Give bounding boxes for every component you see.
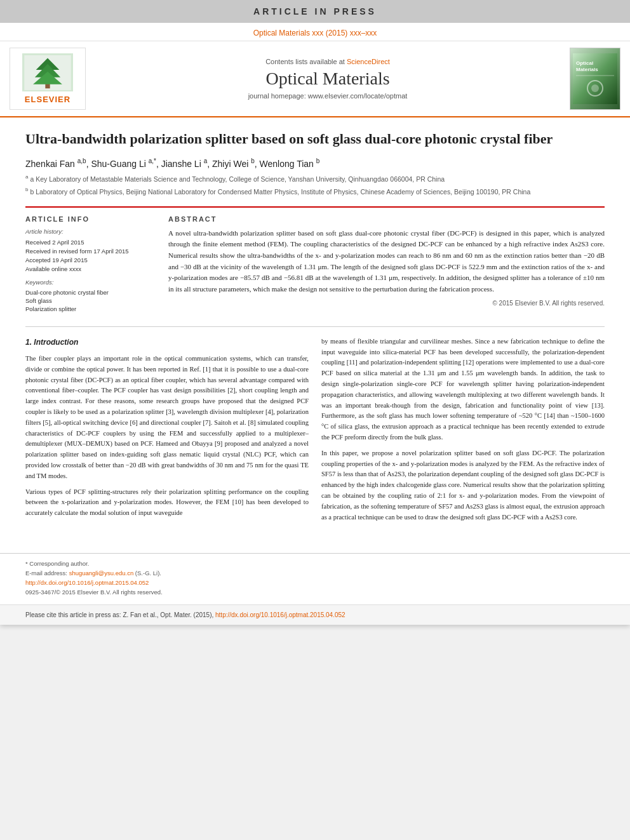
elsevier-brand-text: ELSEVIER [25,95,70,104]
body-col-left: 1. Introduction The fiber coupler plays … [25,337,309,528]
email-link[interactable]: shuguangli@ysu.edu.cn [69,570,134,577]
sciencedirect-label: Contents lists available at ScienceDirec… [265,58,390,65]
journal-title: Optical Materials [265,69,389,89]
intro-para-3: by means of flexible triangular and curv… [321,337,605,443]
introduction-heading: 1. Introduction [25,337,309,349]
body-columns: 1. Introduction The fiber coupler plays … [25,337,605,528]
elsevier-tree-image [22,53,73,91]
journal-issue-link[interactable]: Optical Materials xxx (2015) xxx–xxx [253,29,377,37]
journal-homepage: journal homepage: www.elsevier.com/locat… [248,92,408,100]
journal-link-bar: Optical Materials xxx (2015) xxx–xxx [0,23,630,41]
svg-text:Materials: Materials [576,67,598,72]
article-info-heading: ARTICLE INFO [25,215,152,223]
section-divider [25,326,605,327]
copyright-notice: © 2015 Elsevier B.V. All rights reserved… [168,300,605,307]
svg-point-10 [591,84,599,92]
abstract-heading: ABSTRACT [168,215,605,223]
journal-header: ELSEVIER Contents lists available at Sci… [0,41,630,117]
keyword-1: Dual-core photonic crystal fiber [25,289,152,296]
accepted-date: Accepted 19 April 2015 [25,257,152,263]
issn-text: 0925-3467/© 2015 Elsevier B.V. All right… [25,589,605,596]
sciencedirect-link[interactable]: ScienceDirect [347,58,390,65]
history-label: Article history: [25,228,152,235]
svg-text:Optical: Optical [576,60,593,66]
keyword-2: Soft glass [25,297,152,304]
citation-doi-link[interactable]: http://dx.doi.org/10.1016/j.optmat.2015.… [215,611,345,618]
article-in-press-banner: ARTICLE IN PRESS [0,0,630,23]
affiliations: a a Key Laboratory of Metastable Materia… [25,173,605,197]
journal-thumbnail: Optical Materials [570,48,620,110]
journal-center-info: Contents lists available at ScienceDirec… [95,48,560,110]
revised-date: Received in revised form 17 April 2015 [25,248,152,255]
online-date: Available online xxxx [25,265,152,272]
citation-text: Please cite this article in press as: Z.… [25,611,213,618]
authors-line: Zhenkai Fan a,b, Shu-Guang Li a,*, Jians… [25,157,605,169]
doi-link[interactable]: http://dx.doi.org/10.1016/j.optmat.2015.… [25,579,149,586]
intro-para-4: In this paper, we propose a novel polari… [321,448,605,523]
body-col-right: by means of flexible triangular and curv… [321,337,605,528]
email-line: E-mail address: shuguangli@ysu.edu.cn (S… [25,570,605,577]
abstract-section: ABSTRACT A novel ultra-bandwidth polariz… [168,215,605,314]
received-date: Received 2 April 2015 [25,239,152,246]
article-title: Ultra-bandwidth polarization splitter ba… [25,130,605,149]
keyword-3: Polarization splitter [25,305,152,312]
intro-para-2: Various types of PCF splitting-structure… [25,487,309,519]
article-info-section: ARTICLE INFO Article history: Received 2… [25,215,152,314]
article-footer: * Corresponding author. E-mail address: … [0,553,630,604]
corresponding-note: * Corresponding author. [25,560,605,567]
keywords-label: Keywords: [25,279,152,286]
citation-bar: Please cite this article in press as: Z.… [0,604,630,625]
abstract-text: A novel ultra-bandwidth polarization spl… [168,228,605,295]
intro-para-1: The fiber coupler plays an important rol… [25,354,309,482]
elsevier-logo: ELSEVIER [10,48,86,110]
article-content: Ultra-bandwidth polarization splitter ba… [0,117,630,553]
info-abstract-row: ARTICLE INFO Article history: Received 2… [25,206,605,314]
